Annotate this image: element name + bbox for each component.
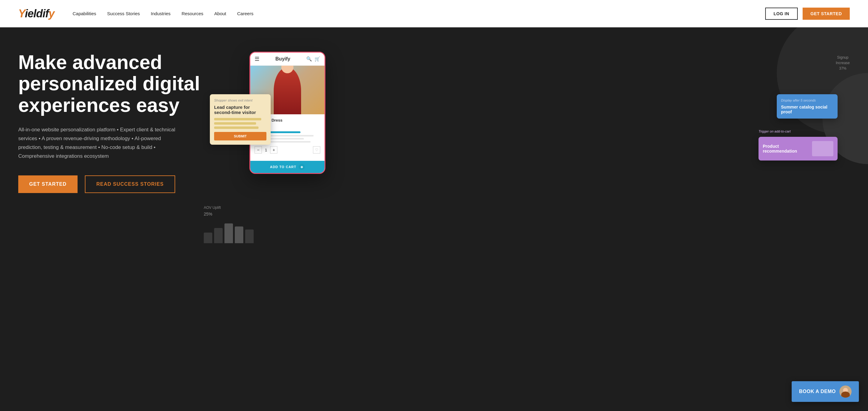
lead-capture-line-1 [214, 118, 261, 120]
hero-section: Make advanced personalized digital exper… [0, 27, 868, 411]
product-rec-image [812, 141, 833, 156]
summer-catalog-title: Summer catalog social proof [781, 104, 833, 114]
lead-capture-trigger: Shopper shows exit intent [214, 98, 267, 102]
phone-add-to-cart-button[interactable]: ADD TO CART ⊕ [250, 161, 324, 173]
hero-left: Make advanced personalized digital exper… [18, 45, 201, 193]
nav-careers[interactable]: Careers [237, 11, 253, 16]
nav-industries[interactable]: Industries [151, 11, 170, 16]
hero-buttons: GET STARTED READ SUCCESS STORIES [18, 176, 201, 193]
product-rec-title: Product recommendation [763, 144, 808, 154]
book-demo-label: BOOK A DEMO [799, 389, 836, 394]
lead-capture-title: Lead capture for second-time visitor [214, 104, 267, 115]
hero-get-started-button[interactable]: GET STARTED [18, 176, 78, 193]
aov-label: AOV Uplift [204, 205, 265, 210]
book-demo-button[interactable]: BOOK A DEMO [792, 381, 859, 402]
product-recommendation-card: Trigger on add-to-cart Product recommend… [758, 137, 838, 160]
hero-title: Make advanced personalized digital exper… [18, 52, 201, 116]
summer-catalog-card: Display after 5 seconds Summer catalog s… [777, 94, 838, 119]
lead-capture-submit-button[interactable]: SUBMIT [214, 132, 267, 140]
phone-search-icon: 🔍 [306, 56, 312, 62]
nav-success-stories[interactable]: Success Stories [107, 11, 140, 16]
phone-cart-icon: 🛒 [314, 56, 320, 62]
lead-capture-line-3 [214, 126, 258, 129]
nav-capabilities[interactable]: Capabilities [73, 11, 96, 16]
aov-bars [204, 219, 265, 243]
aov-value: 25% [204, 212, 265, 216]
phone-qty-value: 1 [265, 148, 267, 152]
phone-header-icons: 🔍 🛒 [306, 56, 320, 62]
phone-qty-plus[interactable]: + [270, 146, 277, 154]
lead-capture-lines [214, 118, 267, 129]
signup-increase-label: SignupIncrease37% [836, 55, 850, 71]
hero-description: All-in-one website personalization platf… [18, 126, 183, 161]
navbar: Yieldify Capabilities Success Stories In… [0, 0, 868, 27]
login-button[interactable]: LOG IN [765, 8, 798, 20]
hero-read-stories-button[interactable]: READ SUCCESS STORIES [85, 176, 176, 193]
logo[interactable]: Yieldify [18, 7, 55, 20]
aov-bar-4 [235, 226, 243, 243]
phone-menu-icon: ☰ [254, 56, 259, 62]
aov-bar-3 [224, 223, 233, 243]
phone-qty-minus[interactable]: − [254, 146, 262, 154]
nav-links: Capabilities Success Stories Industries … [73, 11, 765, 16]
aov-bar-5 [245, 229, 254, 243]
aov-chart: AOV Uplift 25% [204, 205, 265, 243]
nav-about[interactable]: About [214, 11, 226, 16]
hero-illustration: SignupIncrease37% AOV Uplift 25% Shopper… [213, 45, 850, 252]
phone-wishlist-icon[interactable]: ♡ [313, 146, 320, 154]
phone-header: ☰ Buyify 🔍 🛒 [250, 53, 324, 66]
phone-product-figure [274, 67, 301, 114]
aov-bar-2 [214, 228, 223, 243]
summer-catalog-trigger: Display after 5 seconds [781, 98, 833, 102]
lead-capture-line-2 [214, 122, 256, 125]
get-started-nav-button[interactable]: GET STARTED [803, 8, 850, 20]
book-demo-avatar [839, 385, 851, 398]
aov-bar-1 [204, 232, 212, 243]
lead-capture-card: Shopper shows exit intent Lead capture f… [210, 94, 271, 145]
phone-store-name: Buyify [276, 56, 290, 62]
nav-resources[interactable]: Resources [182, 11, 204, 16]
phone-cart-add-icon: ⊕ [299, 164, 305, 170]
product-rec-trigger: Trigger on add-to-cart [758, 129, 791, 133]
nav-actions: LOG IN GET STARTED [765, 8, 850, 20]
phone-quantity: − 1 + ♡ [254, 146, 320, 154]
